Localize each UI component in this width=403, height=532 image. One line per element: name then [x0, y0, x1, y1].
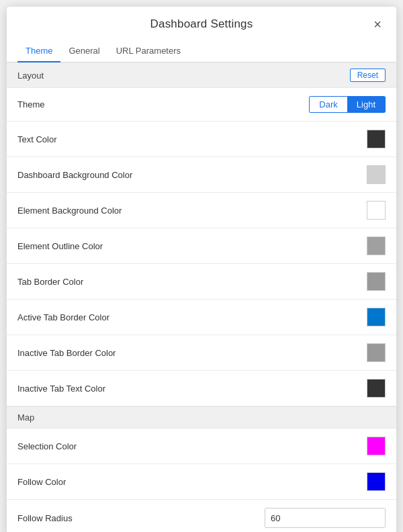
follow-radius-row: Follow Radius ▲ ▼ [7, 500, 396, 532]
selection-color-row: Selection Color [7, 429, 396, 464]
tab-url-parameters[interactable]: URL Parameters [108, 39, 189, 62]
inactive-tab-border-color-swatch[interactable] [367, 343, 386, 362]
element-bg-color-row: Element Background Color [7, 193, 396, 228]
dashboard-bg-color-swatch[interactable] [367, 165, 386, 184]
text-color-swatch[interactable] [367, 130, 386, 148]
inactive-tab-text-color-row: Inactive Tab Text Color [7, 371, 396, 406]
layout-section-title: Layout [17, 71, 44, 81]
inactive-tab-border-color-label: Inactive Tab Border Color [17, 348, 367, 358]
dashboard-settings-modal: Dashboard Settings × Theme General URL P… [7, 7, 396, 532]
reset-button[interactable]: Reset [350, 69, 386, 82]
tab-general[interactable]: General [60, 39, 107, 62]
inactive-tab-border-color-row: Inactive Tab Border Color [7, 335, 396, 371]
modal-header: Dashboard Settings × [7, 7, 396, 39]
element-outline-color-row: Element Outline Color [7, 228, 396, 264]
tab-theme[interactable]: Theme [17, 39, 60, 62]
layout-section-header: Layout Reset [7, 62, 396, 88]
active-tab-border-color-swatch[interactable] [367, 308, 386, 326]
element-bg-color-swatch[interactable] [367, 201, 386, 220]
map-section-header: Map [7, 406, 396, 429]
inactive-tab-text-color-swatch[interactable] [367, 379, 386, 398]
selection-color-swatch[interactable] [367, 437, 386, 455]
close-button[interactable]: × [369, 16, 386, 32]
element-outline-color-label: Element Outline Color [17, 241, 367, 251]
follow-color-label: Follow Color [17, 477, 367, 487]
tab-border-color-swatch[interactable] [367, 272, 386, 291]
theme-row: Theme Dark Light [7, 88, 396, 122]
map-rows-container: Selection Color Follow Color [7, 429, 396, 500]
inactive-tab-text-color-label: Inactive Tab Text Color [17, 384, 367, 394]
element-bg-color-label: Element Background Color [17, 206, 367, 216]
selection-color-label: Selection Color [17, 441, 367, 451]
modal-body: Layout Reset Theme Dark Light Text Color… [7, 62, 396, 532]
theme-toggle: Dark Light [309, 96, 386, 113]
follow-color-swatch[interactable] [367, 472, 386, 491]
dashboard-bg-color-row: Dashboard Background Color [7, 157, 396, 193]
tabs-bar: Theme General URL Parameters [7, 39, 396, 62]
active-tab-border-color-row: Active Tab Border Color [7, 300, 396, 335]
theme-label: Theme [17, 99, 309, 109]
follow-radius-label: Follow Radius [17, 513, 265, 523]
map-section-title: Map [17, 412, 34, 423]
element-outline-color-swatch[interactable] [367, 236, 386, 255]
follow-color-row: Follow Color [7, 464, 396, 500]
text-color-label: Text Color [17, 134, 367, 144]
theme-light-button[interactable]: Light [347, 97, 385, 112]
tab-border-color-row: Tab Border Color [7, 264, 396, 300]
active-tab-border-color-label: Active Tab Border Color [17, 312, 367, 322]
theme-dark-button[interactable]: Dark [310, 97, 347, 112]
text-color-row: Text Color [7, 122, 396, 157]
modal-title: Dashboard Settings [150, 17, 253, 31]
follow-radius-input[interactable] [265, 508, 386, 527]
dashboard-bg-color-label: Dashboard Background Color [17, 170, 367, 180]
color-rows-container: Text Color Dashboard Background Color El… [7, 122, 396, 406]
tab-border-color-label: Tab Border Color [17, 277, 367, 287]
follow-radius-input-wrapper: ▲ ▼ [265, 508, 386, 528]
